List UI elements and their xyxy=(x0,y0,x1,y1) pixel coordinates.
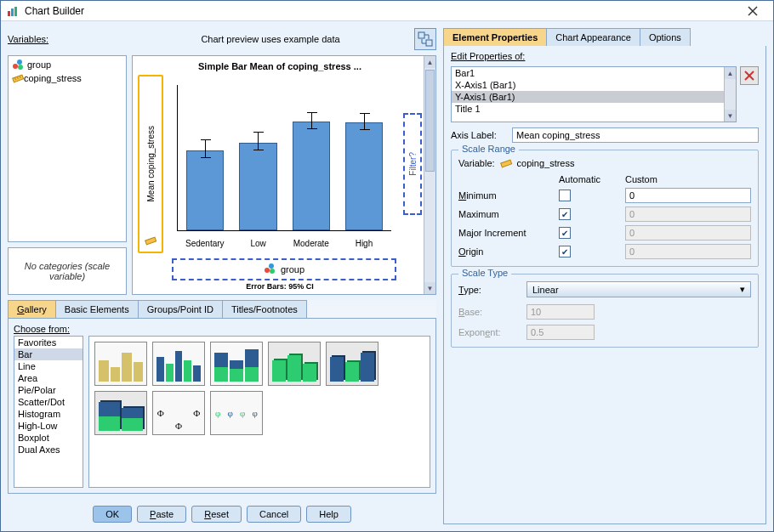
edit-properties-label: Edit Properties of: xyxy=(451,51,759,61)
chart-preview[interactable]: Simple Bar Mean of coping_stress ... Mea… xyxy=(132,55,436,295)
scale-variable-label: Variable: xyxy=(458,158,495,168)
categories-box: No categories (scale variable) xyxy=(8,247,127,295)
list-item[interactable]: Dual Axes xyxy=(14,444,83,456)
major-custom-input: 0 xyxy=(625,225,751,241)
tab-gallery[interactable]: Gallery xyxy=(8,300,56,318)
plot-area: Sedentary Low Moderate High xyxy=(168,75,395,253)
ok-button[interactable]: OK xyxy=(93,506,132,523)
list-item[interactable]: Favorites xyxy=(14,337,83,348)
swap-axes-button[interactable] xyxy=(414,28,436,50)
svg-point-9 xyxy=(18,65,23,70)
axis-label-input[interactable] xyxy=(512,127,759,143)
list-item[interactable]: High-Low xyxy=(14,420,83,432)
chart-thumb-stacked-bar[interactable] xyxy=(210,342,263,386)
list-item[interactable]: Title 1 xyxy=(452,103,736,115)
svg-rect-5 xyxy=(418,32,424,38)
preview-note: Chart preview uses example data xyxy=(127,34,414,44)
variable-item[interactable]: coping_stress xyxy=(10,71,124,85)
chart-thumb-3d-bar[interactable] xyxy=(268,342,321,386)
origin-auto-checkbox[interactable]: ✔ xyxy=(559,246,571,258)
svg-rect-0 xyxy=(8,11,10,16)
reset-button[interactable]: Reset xyxy=(191,506,242,523)
scale-type-group: Scale Type Type: Linear▾ Base: 10 Expone… xyxy=(451,274,759,348)
major-auto-checkbox[interactable]: ✔ xyxy=(559,227,571,239)
maximum-auto-checkbox[interactable]: ✔ xyxy=(559,208,571,220)
scale-type-label: Type: xyxy=(458,285,521,295)
chart-thumb-error-bar[interactable]: ΦΦΦ xyxy=(152,391,205,435)
chart-thumb-clustered-error[interactable]: φφφφ xyxy=(210,391,263,435)
delete-element-button[interactable] xyxy=(740,66,759,85)
exponent-label: Exponent: xyxy=(458,327,521,337)
minimum-custom-input[interactable] xyxy=(625,188,751,203)
svg-rect-2 xyxy=(14,7,17,16)
list-item[interactable]: X-Axis1 (Bar1) xyxy=(452,79,736,91)
chart-type-list[interactable]: Favorites Bar Line Area Pie/Polar Scatte… xyxy=(14,336,83,488)
maximum-custom-input: 0 xyxy=(625,207,751,222)
list-item[interactable]: Scatter/Dot xyxy=(14,396,83,408)
base-label: Base: xyxy=(458,307,521,317)
paste-button[interactable]: Paste xyxy=(137,506,186,523)
lower-tabs: Gallery Basic Elements Groups/Point ID T… xyxy=(8,300,436,319)
dialog-buttons: OK Paste Reset Cancel Help xyxy=(8,499,436,524)
minimum-label: Minimum xyxy=(458,190,552,201)
origin-custom-input: 0 xyxy=(625,244,751,259)
edit-properties-list[interactable]: Bar1 X-Axis1 (Bar1) Y-Axis1 (Bar1) Title… xyxy=(451,66,737,122)
y-axis-dropzone[interactable]: Mean coping_stress xyxy=(138,75,163,253)
tab-chart-appearance[interactable]: Chart Appearance xyxy=(546,28,640,46)
axis-label-label: Axis Label: xyxy=(451,130,507,140)
variables-label: Variables: xyxy=(8,34,127,44)
svg-point-17 xyxy=(270,269,275,274)
group-dropzone[interactable]: group xyxy=(172,258,396,280)
nominal-icon xyxy=(12,59,24,71)
tab-element-properties[interactable]: Element Properties xyxy=(443,28,547,46)
svg-rect-1 xyxy=(11,8,14,16)
help-button[interactable]: Help xyxy=(306,506,351,523)
svg-rect-14 xyxy=(145,237,157,245)
scale-icon xyxy=(498,156,514,171)
chart-builder-window: Chart Builder Variables: Chart preview u… xyxy=(0,0,774,532)
list-item[interactable]: Histogram xyxy=(14,408,83,420)
right-tabs: Element Properties Chart Appearance Opti… xyxy=(443,28,766,46)
list-item[interactable]: Y-Axis1 (Bar1) xyxy=(452,91,736,103)
variable-label: coping_stress xyxy=(24,73,82,83)
scale-type-select[interactable]: Linear▾ xyxy=(526,281,751,297)
maximum-label: Maximum xyxy=(458,209,552,219)
variables-list[interactable]: group coping_stress xyxy=(8,55,127,242)
error-bars-label: Error Bars: 95% CI xyxy=(138,282,422,291)
choose-from-label: Choose from: xyxy=(14,324,430,334)
minimum-auto-checkbox[interactable] xyxy=(559,190,571,201)
scale-icon xyxy=(145,235,157,248)
base-input: 10 xyxy=(526,304,595,320)
titlebar: Chart Builder xyxy=(1,1,773,21)
chart-thumb-clustered-bar[interactable] xyxy=(152,342,205,386)
list-item[interactable]: Area xyxy=(14,372,83,384)
list-item[interactable]: Boxplot xyxy=(14,432,83,444)
chart-thumb-3d-stacked[interactable] xyxy=(94,391,147,435)
list-item[interactable]: Bar1 xyxy=(452,67,736,79)
filter-dropzone[interactable]: Filter? xyxy=(403,113,422,215)
app-icon xyxy=(6,4,20,18)
svg-point-7 xyxy=(13,64,18,69)
tab-options[interactable]: Options xyxy=(640,28,691,46)
chart-thumb-3d-clustered[interactable] xyxy=(326,342,378,386)
close-button[interactable] xyxy=(737,3,768,20)
window-title: Chart Builder xyxy=(25,5,737,17)
variable-item[interactable]: group xyxy=(10,58,124,71)
scale-variable-value: coping_stress xyxy=(517,158,575,168)
svg-point-8 xyxy=(17,59,22,65)
chart-thumb-simple-bar[interactable] xyxy=(94,342,147,386)
nominal-icon xyxy=(264,263,276,276)
preview-scrollbar[interactable]: ▲ ▼ xyxy=(424,56,435,294)
tab-basic-elements[interactable]: Basic Elements xyxy=(55,300,139,318)
chevron-down-icon: ▾ xyxy=(740,284,745,295)
cancel-button[interactable]: Cancel xyxy=(247,506,301,523)
list-item[interactable]: Bar xyxy=(14,348,83,360)
svg-rect-20 xyxy=(500,160,511,167)
list-item[interactable]: Pie/Polar xyxy=(14,384,83,396)
tab-titles-footnotes[interactable]: Titles/Footnotes xyxy=(222,300,307,318)
list-scrollbar[interactable]: ▲▼ xyxy=(724,67,736,122)
svg-point-15 xyxy=(265,268,270,273)
tab-groups-point-id[interactable]: Groups/Point ID xyxy=(138,300,223,318)
list-item[interactable]: Line xyxy=(14,360,83,372)
chart-thumbnails: ΦΦΦ φφφφ xyxy=(88,336,430,488)
